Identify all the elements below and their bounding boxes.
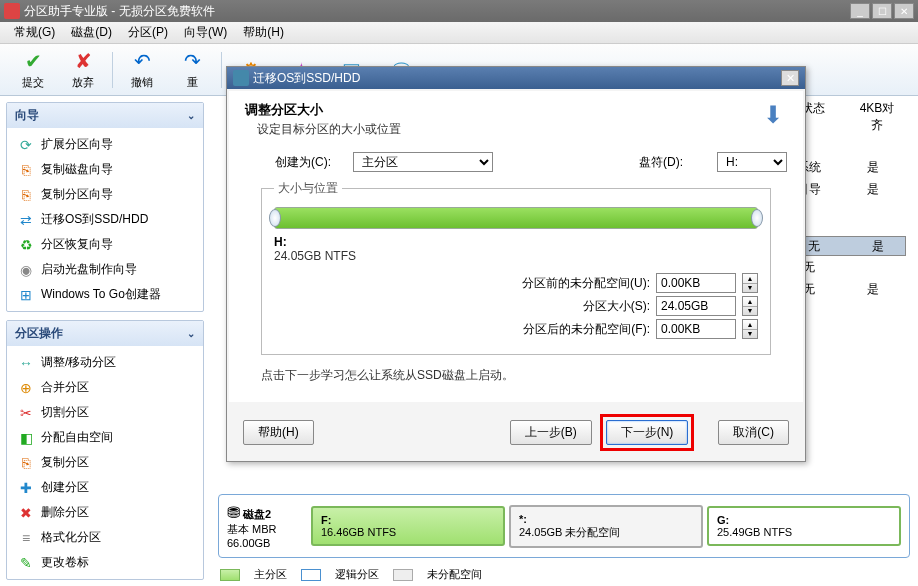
op-label: 调整/移动分区 <box>41 354 116 371</box>
wizard-label: 分区恢复向导 <box>41 236 113 253</box>
close-button[interactable]: ✕ <box>894 3 914 19</box>
redo-button[interactable]: ↷ 重 <box>167 47 217 92</box>
dialog-heading: 调整分区大小 <box>245 101 787 119</box>
part-label: F: <box>321 514 331 526</box>
disk-info: ⛃ 磁盘2 基本 MBR 66.00GB <box>227 503 307 549</box>
sidebar: 向导 ⌄ ⟳扩展分区向导 ⎘复制磁盘向导 ⎘复制分区向导 ⇄迁移OS到SSD/H… <box>0 96 210 586</box>
legend-primary: 主分区 <box>254 567 287 582</box>
cancel-button[interactable]: 取消(C) <box>718 420 789 445</box>
wizard-label: 迁移OS到SSD/HDD <box>41 211 148 228</box>
partition-unalloc[interactable]: *: 24.05GB 未分配空间 <box>509 505 703 548</box>
partition-g[interactable]: G: 25.49GB NTFS <box>707 506 901 546</box>
size-slider[interactable] <box>274 207 758 229</box>
redo-icon: ↷ <box>180 49 204 73</box>
op-label: 创建分区 <box>41 479 89 496</box>
wizard-recover[interactable]: ♻分区恢复向导 <box>9 232 201 257</box>
wizard-migrate-os[interactable]: ⇄迁移OS到SSD/HDD <box>9 207 201 232</box>
wizard-label: Windows To Go创建器 <box>41 286 161 303</box>
cross-icon: ✘ <box>71 49 95 73</box>
minimize-button[interactable]: _ <box>850 3 870 19</box>
op-delete[interactable]: ✖删除分区 <box>9 500 201 525</box>
next-button[interactable]: 下一步(N) <box>606 420 689 445</box>
wizard-panel-title: 向导 <box>15 107 39 124</box>
op-split[interactable]: ✂切割分区 <box>9 400 201 425</box>
op-label: 格式化分区 <box>41 529 101 546</box>
menu-wizard[interactable]: 向导(W) <box>176 22 235 43</box>
op-create[interactable]: ✚创建分区 <box>9 475 201 500</box>
copy-part-icon: ⎘ <box>17 187 35 203</box>
help-button[interactable]: 帮助(H) <box>243 420 314 445</box>
wizard-label: 复制磁盘向导 <box>41 161 113 178</box>
discard-button[interactable]: ✘ 放弃 <box>58 47 108 92</box>
wizard-copy-part[interactable]: ⎘复制分区向导 <box>9 182 201 207</box>
next-button-highlight: 下一步(N) <box>600 414 695 451</box>
dialog-icon <box>233 70 249 86</box>
migrate-icon: ⇄ <box>17 212 35 228</box>
undo-button[interactable]: ↶ 撤销 <box>117 47 167 92</box>
wizard-wtg[interactable]: ⊞Windows To Go创建器 <box>9 282 201 307</box>
create-as-select[interactable]: 主分区 <box>353 152 493 172</box>
after-input[interactable] <box>656 319 736 339</box>
disk-icon: ⛃ <box>227 504 240 521</box>
menu-general[interactable]: 常规(G) <box>6 22 63 43</box>
wizard-extend[interactable]: ⟳扩展分区向导 <box>9 132 201 157</box>
slider-size-label: 24.05GB NTFS <box>274 249 758 263</box>
op-copy[interactable]: ⎘复制分区 <box>9 450 201 475</box>
disk-panel: ⛃ 磁盘2 基本 MBR 66.00GB F: 16.46GB NTFS *: … <box>218 494 910 558</box>
op-label: 删除分区 <box>41 504 89 521</box>
wizard-copy-disk[interactable]: ⎘复制磁盘向导 <box>9 157 201 182</box>
wizard-bootdisk[interactable]: ◉启动光盘制作向导 <box>9 257 201 282</box>
undo-icon: ↶ <box>130 49 154 73</box>
dialog-subheading: 设定目标分区的大小或位置 <box>257 121 787 138</box>
create-as-label: 创建为(C): <box>275 154 345 171</box>
menu-partition[interactable]: 分区(P) <box>120 22 176 43</box>
commit-button[interactable]: ✔ 提交 <box>8 47 58 92</box>
dialog-close-button[interactable]: ✕ <box>781 70 799 86</box>
separator <box>112 52 113 88</box>
undo-label: 撤销 <box>131 75 153 90</box>
create-icon: ✚ <box>17 480 35 496</box>
partition-f[interactable]: F: 16.46GB NTFS <box>311 506 505 546</box>
size-input[interactable] <box>656 296 736 316</box>
check-icon: ✔ <box>21 49 45 73</box>
slider-handle-left[interactable] <box>269 209 281 227</box>
redo-label: 重 <box>187 75 198 90</box>
ops-panel-header[interactable]: 分区操作 ⌄ <box>7 321 203 346</box>
op-label: 分配自由空间 <box>41 429 113 446</box>
op-merge[interactable]: ⊕合并分区 <box>9 375 201 400</box>
wizard-panel-header[interactable]: 向导 ⌄ <box>7 103 203 128</box>
size-spinner[interactable]: ▲▼ <box>742 296 758 316</box>
dialog-titlebar[interactable]: 迁移OS到SSD/HDD ✕ <box>227 67 805 89</box>
op-allocate[interactable]: ◧分配自由空间 <box>9 425 201 450</box>
maximize-button[interactable]: ☐ <box>872 3 892 19</box>
label-icon: ✎ <box>17 555 35 571</box>
menu-disk[interactable]: 磁盘(D) <box>63 22 120 43</box>
op-label: 合并分区 <box>41 379 89 396</box>
wizard-label: 启动光盘制作向导 <box>41 261 137 278</box>
disk-name: 磁盘2 <box>243 508 271 520</box>
op-label[interactable]: ✎更改卷标 <box>9 550 201 575</box>
chevron-down-icon: ⌄ <box>187 328 195 339</box>
drive-letter-label: 盘符(D): <box>639 154 709 171</box>
menubar: 常规(G) 磁盘(D) 分区(P) 向导(W) 帮助(H) <box>0 22 918 44</box>
after-spinner[interactable]: ▲▼ <box>742 319 758 339</box>
ops-panel: 分区操作 ⌄ ↔调整/移动分区 ⊕合并分区 ✂切割分区 ◧分配自由空间 ⎘复制分… <box>6 320 204 580</box>
before-input[interactable] <box>656 273 736 293</box>
recover-icon: ♻ <box>17 237 35 253</box>
before-spinner[interactable]: ▲▼ <box>742 273 758 293</box>
size-position-group: 大小与位置 H: 24.05GB NTFS 分区前的未分配空间(U): ▲▼ 分… <box>261 180 771 355</box>
legend-logical-swatch <box>301 569 321 581</box>
wizard-art-icon: ⬇ <box>757 99 789 131</box>
op-resize[interactable]: ↔调整/移动分区 <box>9 350 201 375</box>
chevron-down-icon: ⌄ <box>187 110 195 121</box>
back-button[interactable]: 上一步(B) <box>510 420 592 445</box>
after-label: 分区后的未分配空间(F): <box>480 321 650 338</box>
op-format[interactable]: ≡格式化分区 <box>9 525 201 550</box>
drive-letter-select[interactable]: H: <box>717 152 787 172</box>
legend: 主分区 逻辑分区 未分配空间 <box>220 567 482 582</box>
before-label: 分区前的未分配空间(U): <box>480 275 650 292</box>
legend-logical: 逻辑分区 <box>335 567 379 582</box>
menu-help[interactable]: 帮助(H) <box>235 22 292 43</box>
slider-handle-right[interactable] <box>751 209 763 227</box>
op-label: 复制分区 <box>41 454 89 471</box>
